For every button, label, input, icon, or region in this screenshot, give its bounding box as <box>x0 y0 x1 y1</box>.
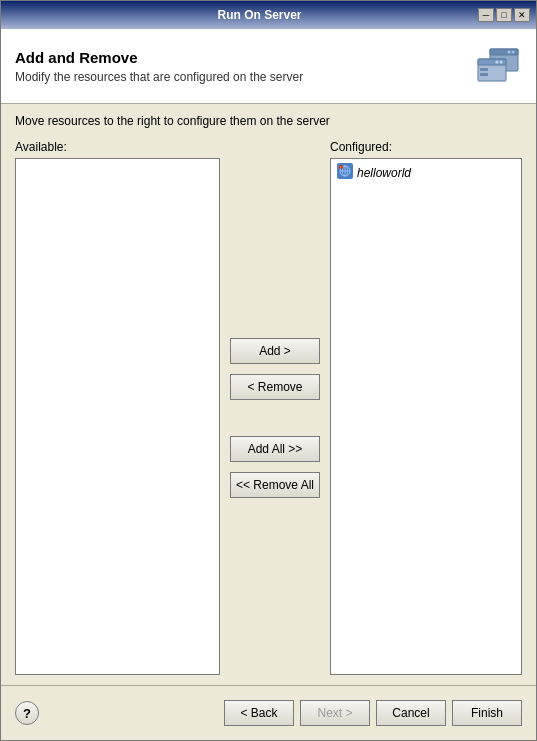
svg-point-6 <box>500 61 503 64</box>
minimize-button[interactable]: ─ <box>478 8 494 22</box>
page-subtitle: Modify the resources that are configured… <box>15 70 472 84</box>
configured-list[interactable]: ! helloworld <box>330 158 522 675</box>
instruction-text: Move resources to the right to configure… <box>1 104 536 134</box>
available-section: Available: <box>15 140 220 675</box>
list-item[interactable]: ! helloworld <box>331 159 521 186</box>
lists-container: Available: Add > < Remove Add All >> << … <box>15 140 522 675</box>
back-button[interactable]: < Back <box>224 700 294 726</box>
page-title: Add and Remove <box>15 49 472 66</box>
svg-point-2 <box>512 51 515 54</box>
title-bar: Run On Server ─ □ ✕ <box>1 1 536 29</box>
configured-section: Configured: <box>330 140 522 675</box>
add-all-button[interactable]: Add All >> <box>230 436 320 462</box>
help-button[interactable]: ? <box>15 701 39 725</box>
close-button[interactable]: ✕ <box>514 8 530 22</box>
remove-button[interactable]: < Remove <box>230 374 320 400</box>
main-window: Run On Server ─ □ ✕ Add and Remove Modif… <box>0 0 537 741</box>
app-icon: ! <box>337 163 353 182</box>
window-title: Run On Server <box>41 8 478 22</box>
header-icon <box>472 41 522 91</box>
footer-buttons: < Back Next > Cancel Finish <box>224 700 522 726</box>
finish-button[interactable]: Finish <box>452 700 522 726</box>
content-area: Add and Remove Modify the resources that… <box>1 29 536 740</box>
available-list[interactable] <box>15 158 220 675</box>
main-area: Available: Add > < Remove Add All >> << … <box>1 134 536 685</box>
configured-item-name: helloworld <box>357 166 411 180</box>
footer: ? < Back Next > Cancel Finish <box>1 685 536 740</box>
server-stack-icon <box>472 41 522 91</box>
next-button[interactable]: Next > <box>300 700 370 726</box>
title-bar-buttons: ─ □ ✕ <box>478 8 530 22</box>
cancel-button[interactable]: Cancel <box>376 700 446 726</box>
svg-rect-8 <box>480 68 488 71</box>
header-text: Add and Remove Modify the resources that… <box>15 49 472 84</box>
svg-point-3 <box>508 51 511 54</box>
action-buttons-section: Add > < Remove Add All >> << Remove All <box>220 140 330 675</box>
footer-left: ? <box>15 701 39 725</box>
svg-text:!: ! <box>340 166 341 170</box>
header-section: Add and Remove Modify the resources that… <box>1 29 536 104</box>
configured-label: Configured: <box>330 140 522 154</box>
svg-point-7 <box>496 61 499 64</box>
available-label: Available: <box>15 140 220 154</box>
remove-all-button[interactable]: << Remove All <box>230 472 320 498</box>
maximize-button[interactable]: □ <box>496 8 512 22</box>
add-button[interactable]: Add > <box>230 338 320 364</box>
svg-rect-9 <box>480 73 488 76</box>
